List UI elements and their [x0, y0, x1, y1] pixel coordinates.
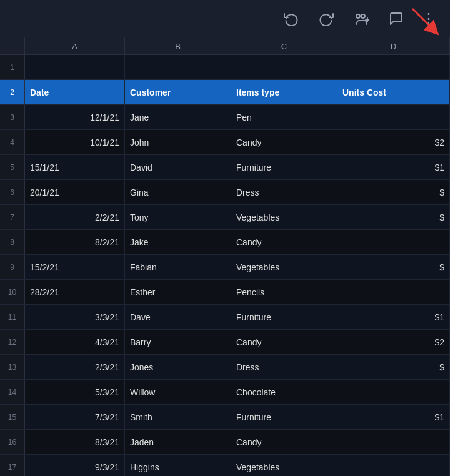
row-number: 7 [0, 205, 25, 229]
cell-items-type[interactable]: Items type [231, 80, 338, 104]
cell-units-cost[interactable] [338, 105, 450, 129]
cell-units-cost[interactable] [338, 280, 450, 304]
cell-date[interactable]: 5/3/21 [25, 380, 125, 404]
table-row[interactable]: 1028/2/21EstherPencils [0, 280, 450, 305]
cell-date[interactable]: 15/1/21 [25, 155, 125, 179]
cell-date[interactable]: Date [25, 80, 125, 104]
cell-units-cost[interactable] [338, 380, 450, 404]
cell-units-cost[interactable]: $2 [338, 130, 450, 154]
comment-button[interactable] [385, 7, 408, 30]
cell-date[interactable]: 9/3/21 [25, 455, 125, 476]
cell-date[interactable]: 4/3/21 [25, 330, 125, 354]
cell-units-cost[interactable]: $1 [338, 155, 450, 179]
cell-items-type[interactable]: Dress [231, 355, 338, 379]
table-row[interactable]: 312/1/21JanePen [0, 105, 450, 130]
row-number: 12 [0, 330, 25, 354]
cell-items-type[interactable]: Furniture [231, 305, 338, 329]
table-row[interactable]: 72/2/21TonyVegetables$ [0, 205, 450, 230]
cell-date[interactable]: 2/2/21 [25, 205, 125, 229]
cell-units-cost[interactable]: Units Cost [338, 80, 450, 104]
cell-units-cost[interactable]: $ [338, 255, 450, 279]
cell-date[interactable]: 8/2/21 [25, 230, 125, 254]
table-row[interactable]: 1 [0, 55, 450, 80]
cell-items-type[interactable]: Pen [231, 105, 338, 129]
cell-items-type[interactable]: Furniture [231, 405, 338, 429]
cell-customer[interactable]: David [125, 155, 231, 179]
cell-customer[interactable]: Jake [125, 230, 231, 254]
cell-date[interactable]: 28/2/21 [25, 280, 125, 304]
row-number: 9 [0, 255, 25, 279]
table-row[interactable]: 145/3/21WillowChocolate [0, 380, 450, 405]
table-row[interactable]: 113/3/21DaveFurniture$1 [0, 305, 450, 330]
table-row[interactable]: 124/3/21BarryCandy$2 [0, 330, 450, 355]
cell-customer[interactable]: Jane [125, 105, 231, 129]
row-number: 16 [0, 430, 25, 454]
cell-items-type[interactable]: Candy [231, 130, 338, 154]
cell-units-cost[interactable] [338, 430, 450, 454]
col-header-b: B [125, 37, 231, 55]
cell-units-cost[interactable]: $2 [338, 330, 450, 354]
cell-customer[interactable]: Esther [125, 280, 231, 304]
cell-items-type[interactable]: Vegetables [231, 455, 338, 476]
add-person-button[interactable] [350, 7, 372, 30]
cell-units-cost[interactable]: $ [338, 355, 450, 379]
cell-units-cost[interactable] [338, 230, 450, 254]
cell-units-cost[interactable]: $ [338, 180, 450, 204]
cell-customer[interactable]: Gina [125, 180, 231, 204]
cell-customer[interactable]: Higgins [125, 455, 231, 476]
table-row[interactable]: 2DateCustomerItems typeUnits Cost [0, 80, 450, 105]
cell-items-type[interactable] [231, 55, 338, 79]
cell-date[interactable]: 8/3/21 [25, 430, 125, 454]
cell-units-cost[interactable]: $ [338, 205, 450, 229]
cell-items-type[interactable]: Chocolate [231, 380, 338, 404]
cell-items-type[interactable]: Furniture [231, 155, 338, 179]
cell-customer[interactable]: Fabian [125, 255, 231, 279]
table-row[interactable]: 620/1/21GinaDress$ [0, 180, 450, 205]
redo-button[interactable] [315, 7, 338, 30]
cell-date[interactable]: 20/1/21 [25, 180, 125, 204]
table-row[interactable]: 132/3/21JonesDress$ [0, 355, 450, 380]
cell-units-cost[interactable] [338, 55, 450, 79]
cell-customer[interactable]: Barry [125, 330, 231, 354]
undo-button[interactable] [280, 7, 302, 30]
row-num-spacer [0, 37, 25, 54]
cell-customer[interactable]: Dave [125, 305, 231, 329]
spreadsheet-grid: 12DateCustomerItems typeUnits Cost312/1/… [0, 55, 450, 476]
cell-items-type[interactable]: Pencils [231, 280, 338, 304]
cell-customer[interactable]: Jones [125, 355, 231, 379]
table-row[interactable]: 88/2/21JakeCandy [0, 230, 450, 255]
cell-units-cost[interactable] [338, 455, 450, 476]
cell-customer[interactable]: Jaden [125, 430, 231, 454]
cell-customer[interactable]: Willow [125, 380, 231, 404]
cell-date[interactable]: 7/3/21 [25, 405, 125, 429]
row-number: 2 [0, 80, 25, 104]
cell-items-type[interactable]: Candy [231, 230, 338, 254]
cell-customer[interactable] [125, 55, 231, 79]
cell-units-cost[interactable]: $1 [338, 305, 450, 329]
table-row[interactable]: 410/1/21JohnCandy$2 [0, 130, 450, 155]
cell-items-type[interactable]: Dress [231, 180, 338, 204]
cell-customer[interactable]: John [125, 130, 231, 154]
cell-customer[interactable]: Smith [125, 405, 231, 429]
table-row[interactable]: 157/3/21SmithFurniture$1 [0, 405, 450, 430]
cell-customer[interactable]: Customer [125, 80, 231, 104]
cell-date[interactable]: 3/3/21 [25, 305, 125, 329]
cell-items-type[interactable]: Candy [231, 330, 338, 354]
cell-date[interactable]: 2/3/21 [25, 355, 125, 379]
cell-date[interactable] [25, 55, 125, 79]
table-row[interactable]: 168/3/21JadenCandy [0, 430, 450, 455]
cell-date[interactable]: 10/1/21 [25, 130, 125, 154]
row-number: 5 [0, 155, 25, 179]
cell-customer[interactable]: Tony [125, 205, 231, 229]
back-button[interactable] [10, 7, 32, 30]
cell-date[interactable]: 15/2/21 [25, 255, 125, 279]
cell-items-type[interactable]: Candy [231, 430, 338, 454]
cell-items-type[interactable]: Vegetables [231, 255, 338, 279]
table-row[interactable]: 179/3/21HigginsVegetables [0, 455, 450, 476]
cell-units-cost[interactable]: $1 [338, 405, 450, 429]
cell-items-type[interactable]: Vegetables [231, 205, 338, 229]
more-options-button[interactable]: ⋮ [418, 7, 440, 30]
table-row[interactable]: 915/2/21FabianVegetables$ [0, 255, 450, 280]
cell-date[interactable]: 12/1/21 [25, 105, 125, 129]
table-row[interactable]: 515/1/21DavidFurniture$1 [0, 155, 450, 180]
